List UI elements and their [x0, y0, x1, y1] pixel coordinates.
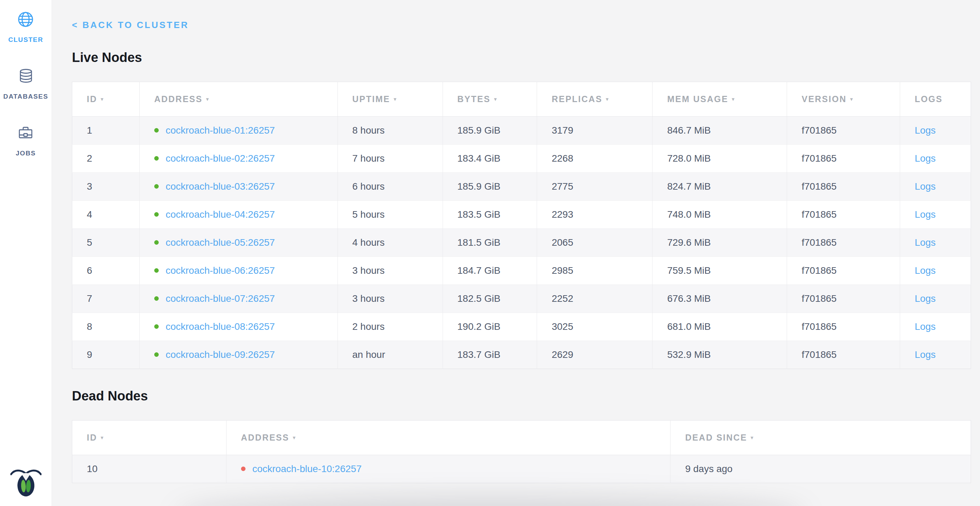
- briefcase-icon: [17, 125, 34, 141]
- node-address-link[interactable]: cockroach-blue-04:26257: [165, 209, 275, 220]
- node-version-cell: f701865: [787, 229, 900, 257]
- node-uptime-cell: 8 hours: [337, 117, 442, 145]
- dead-nodes-table: ID▾ ADDRESS▾ DEAD SINCE▾ 10 cockroach-bl…: [72, 420, 971, 483]
- sidebar: CLUSTER DATABASES JOBS: [0, 0, 52, 506]
- cockroach-logo-icon: [10, 466, 41, 497]
- node-logs-cell: Logs: [900, 201, 971, 229]
- node-version-cell: f701865: [787, 313, 900, 341]
- node-version-cell: f701865: [787, 201, 900, 229]
- sidebar-item-cluster[interactable]: CLUSTER: [8, 11, 43, 44]
- node-logs-cell: Logs: [900, 117, 971, 145]
- node-address-cell: cockroach-blue-05:26257: [139, 229, 337, 257]
- logs-link[interactable]: Logs: [915, 181, 936, 192]
- node-logs-cell: Logs: [900, 257, 971, 285]
- sort-arrow-icon: ▾: [101, 96, 103, 102]
- node-address-link[interactable]: cockroach-blue-03:26257: [165, 181, 275, 192]
- node-address-cell: cockroach-blue-10:26257: [226, 455, 670, 483]
- table-row: 4 cockroach-blue-04:26257 5 hours 183.5 …: [72, 201, 971, 229]
- node-id-cell: 10: [72, 455, 226, 483]
- node-bytes-cell: 182.5 GiB: [442, 285, 537, 313]
- node-bytes-cell: 183.4 GiB: [442, 145, 537, 173]
- node-healthy-dot-icon: [154, 296, 159, 301]
- logs-link[interactable]: Logs: [915, 209, 936, 220]
- node-bytes-cell: 190.2 GiB: [442, 313, 537, 341]
- node-address-link[interactable]: cockroach-blue-01:26257: [165, 125, 275, 136]
- node-logs-cell: Logs: [900, 173, 971, 201]
- node-id-cell: 7: [72, 285, 140, 313]
- node-bytes-cell: 181.5 GiB: [442, 229, 537, 257]
- node-id-cell: 1: [72, 117, 140, 145]
- node-bytes-cell: 183.7 GiB: [442, 341, 537, 369]
- node-version-cell: f701865: [787, 285, 900, 313]
- globe-icon: [17, 11, 34, 28]
- node-address-link[interactable]: cockroach-blue-02:26257: [165, 153, 275, 164]
- column-header-version[interactable]: VERSION▾: [787, 82, 900, 117]
- column-header-dead-since[interactable]: DEAD SINCE▾: [670, 420, 971, 455]
- column-header-id[interactable]: ID▾: [72, 82, 140, 117]
- sidebar-item-label: CLUSTER: [8, 36, 43, 44]
- node-version-cell: f701865: [787, 117, 900, 145]
- sort-arrow-icon: ▾: [206, 96, 209, 102]
- node-uptime-cell: 3 hours: [337, 257, 442, 285]
- column-header-address[interactable]: ADDRESS▾: [226, 420, 670, 455]
- node-id-cell: 5: [72, 229, 140, 257]
- live-nodes-table: ID▾ ADDRESS▾ UPTIME▾ BYTES▾ REPLICAS▾ ME…: [72, 82, 971, 369]
- logs-link[interactable]: Logs: [915, 237, 936, 248]
- back-to-cluster-link[interactable]: < BACK TO CLUSTER: [72, 19, 189, 30]
- main-content: < BACK TO CLUSTER Live Nodes ID▾ ADDRESS…: [52, 0, 980, 506]
- node-uptime-cell: 7 hours: [337, 145, 442, 173]
- node-address-link[interactable]: cockroach-blue-07:26257: [165, 293, 275, 304]
- column-header-bytes[interactable]: BYTES▾: [442, 82, 537, 117]
- node-address-cell: cockroach-blue-07:26257: [139, 285, 337, 313]
- node-address-link[interactable]: cockroach-blue-05:26257: [165, 237, 275, 248]
- node-address-cell: cockroach-blue-06:26257: [139, 257, 337, 285]
- node-address-link[interactable]: cockroach-blue-06:26257: [165, 265, 275, 276]
- column-header-address[interactable]: ADDRESS▾: [139, 82, 337, 117]
- node-replicas-cell: 2268: [537, 145, 652, 173]
- sort-arrow-icon: ▾: [293, 435, 295, 441]
- node-bytes-cell: 184.7 GiB: [442, 257, 537, 285]
- node-address-link[interactable]: cockroach-blue-10:26257: [253, 463, 362, 474]
- node-address-link[interactable]: cockroach-blue-09:26257: [165, 349, 275, 360]
- node-address-link[interactable]: cockroach-blue-08:26257: [165, 321, 275, 332]
- logs-link[interactable]: Logs: [915, 265, 936, 276]
- column-header-id[interactable]: ID▾: [72, 420, 226, 455]
- sidebar-item-databases[interactable]: DATABASES: [3, 68, 48, 101]
- node-mem-usage-cell: 676.3 MiB: [652, 285, 787, 313]
- node-replicas-cell: 3179: [537, 117, 652, 145]
- node-mem-usage-cell: 681.0 MiB: [652, 313, 787, 341]
- sort-arrow-icon: ▾: [393, 96, 396, 102]
- node-uptime-cell: an hour: [337, 341, 442, 369]
- node-version-cell: f701865: [787, 173, 900, 201]
- logs-link[interactable]: Logs: [915, 293, 936, 304]
- logs-link[interactable]: Logs: [915, 153, 936, 164]
- node-version-cell: f701865: [787, 341, 900, 369]
- logs-link[interactable]: Logs: [915, 349, 936, 360]
- logs-link[interactable]: Logs: [915, 321, 936, 332]
- node-address-cell: cockroach-blue-09:26257: [139, 341, 337, 369]
- table-row: 7 cockroach-blue-07:26257 3 hours 182.5 …: [72, 285, 971, 313]
- node-logs-cell: Logs: [900, 145, 971, 173]
- node-id-cell: 6: [72, 257, 140, 285]
- node-address-cell: cockroach-blue-08:26257: [139, 313, 337, 341]
- sort-arrow-icon: ▾: [751, 435, 754, 441]
- node-dead-since-cell: 9 days ago: [670, 455, 971, 483]
- column-header-uptime[interactable]: UPTIME▾: [337, 82, 442, 117]
- node-bytes-cell: 185.9 GiB: [442, 173, 537, 201]
- node-replicas-cell: 2252: [537, 285, 652, 313]
- column-header-replicas[interactable]: REPLICAS▾: [537, 82, 652, 117]
- table-row: 5 cockroach-blue-05:26257 4 hours 181.5 …: [72, 229, 971, 257]
- node-mem-usage-cell: 824.7 MiB: [652, 173, 787, 201]
- node-mem-usage-cell: 729.6 MiB: [652, 229, 787, 257]
- node-logs-cell: Logs: [900, 229, 971, 257]
- node-address-cell: cockroach-blue-01:26257: [139, 117, 337, 145]
- node-version-cell: f701865: [787, 257, 900, 285]
- node-healthy-dot-icon: [154, 240, 159, 245]
- node-healthy-dot-icon: [154, 184, 159, 188]
- column-header-mem-usage[interactable]: MEM USAGE▾: [652, 82, 787, 117]
- logs-link[interactable]: Logs: [915, 125, 936, 136]
- node-id-cell: 8: [72, 313, 140, 341]
- live-nodes-title: Live Nodes: [72, 50, 971, 65]
- sidebar-item-jobs[interactable]: JOBS: [16, 125, 36, 157]
- node-uptime-cell: 5 hours: [337, 201, 442, 229]
